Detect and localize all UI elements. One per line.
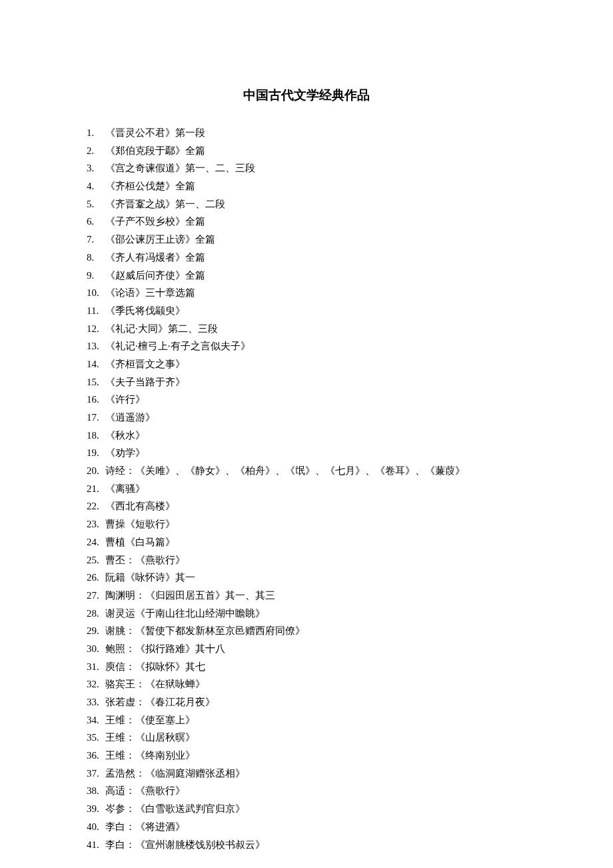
list-item: 37.孟浩然：《临洞庭湖赠张丞相》 — [87, 765, 526, 783]
page-title: 中国古代文学经典作品 — [87, 87, 526, 104]
list-item-text: 《礼记·大同》第二、三段 — [105, 320, 526, 338]
list-item-text: 谢朓：《暂使下都发新林至京邑赠西府同僚》 — [105, 622, 526, 640]
list-item: 16.《许行》 — [87, 391, 526, 409]
list-item-text: 王维：《终南别业》 — [105, 747, 526, 765]
list-item-text: 李白：《将进酒》 — [105, 818, 526, 836]
list-item: 11.《季氏将伐颛臾》 — [87, 302, 526, 320]
list-item-text: 《齐桓晋文之事》 — [105, 355, 526, 373]
list-item: 9.《赵威后问齐使》全篇 — [87, 267, 526, 285]
list-item-number: 38. — [87, 782, 105, 800]
list-item-text: 《晋灵公不君》第一段 — [105, 124, 526, 142]
list-item: 19.《劝学》 — [87, 444, 526, 462]
list-item: 39.岑参：《白雪歌送武判官归京》 — [87, 800, 526, 818]
list-item: 17.《逍遥游》 — [87, 409, 526, 427]
list-item-text: 鲍照：《拟行路难》其十八 — [105, 640, 526, 658]
list-item-text: 陶渊明：《归园田居五首》其一、其三 — [105, 587, 526, 605]
list-item: 36.王维：《终南别业》 — [87, 747, 526, 765]
list-item-number: 2. — [87, 142, 105, 160]
list-item: 14.《齐桓晋文之事》 — [87, 355, 526, 373]
list-item: 2.《郑伯克段于鄢》全篇 — [87, 142, 526, 160]
list-item-text: 曹丕：《燕歌行》 — [105, 551, 526, 569]
list-item: 15.《夫子当路于齐》 — [87, 373, 526, 391]
list-item: 40.李白：《将进酒》 — [87, 818, 526, 836]
list-item-number: 14. — [87, 355, 105, 373]
list-item: 29.谢朓：《暂使下都发新林至京邑赠西府同僚》 — [87, 622, 526, 640]
list-item: 35.王维：《山居秋暝》 — [87, 729, 526, 747]
list-item-number: 35. — [87, 729, 105, 747]
list-item-number: 29. — [87, 622, 105, 640]
list-item-number: 9. — [87, 267, 105, 285]
list-item-text: 《论语》三十章选篇 — [105, 284, 526, 302]
list-item: 10.《论语》三十章选篇 — [87, 284, 526, 302]
list-item-number: 32. — [87, 675, 105, 693]
list-item-number: 31. — [87, 658, 105, 676]
list-item-number: 25. — [87, 551, 105, 569]
list-item-text: 《礼记·檀弓上·有子之言似夫子》 — [105, 337, 526, 355]
list-item: 20.诗经：《关雎》、《静女》、《柏舟》、《氓》、《七月》、《卷耳》、《蒹葭》 — [87, 462, 526, 480]
list-item: 18.《秋水》 — [87, 427, 526, 445]
list-item-number: 28. — [87, 605, 105, 623]
list-item-text: 张若虚：《春江花月夜》 — [105, 693, 526, 711]
list-item-number: 15. — [87, 373, 105, 391]
list-item-number: 1. — [87, 124, 105, 142]
list-item-text: 《秋水》 — [105, 427, 526, 445]
list-item-text: 《夫子当路于齐》 — [105, 373, 526, 391]
list-item-text: 庾信：《拟咏怀》其七 — [105, 658, 526, 676]
list-item-number: 20. — [87, 462, 105, 480]
list-item: 8.《齐人有冯煖者》全篇 — [87, 249, 526, 267]
list-item: 32.骆宾王：《在狱咏蝉》 — [87, 675, 526, 693]
list-item-number: 4. — [87, 177, 105, 195]
list-item-number: 27. — [87, 587, 105, 605]
list-item: 13.《礼记·檀弓上·有子之言似夫子》 — [87, 337, 526, 355]
list-item-number: 11. — [87, 302, 105, 320]
list-item-text: 岑参：《白雪歌送武判官归京》 — [105, 800, 526, 818]
list-item-text: 高适：《燕歌行》 — [105, 782, 526, 800]
list-item-number: 40. — [87, 818, 105, 836]
list-item: 1.《晋灵公不君》第一段 — [87, 124, 526, 142]
list-item: 30.鲍照：《拟行路难》其十八 — [87, 640, 526, 658]
list-item-number: 26. — [87, 569, 105, 587]
list-item-text: 《季氏将伐颛臾》 — [105, 302, 526, 320]
list-item-number: 5. — [87, 195, 105, 213]
list-item: 4.《齐桓公伐楚》全篇 — [87, 177, 526, 195]
list-item-text: 《赵威后问齐使》全篇 — [105, 267, 526, 285]
list-item-number: 39. — [87, 800, 105, 818]
list-item-number: 3. — [87, 159, 105, 177]
list-item-text: 李白：《宣州谢朓楼饯别校书叔云》 — [105, 836, 526, 854]
list-item-number: 6. — [87, 213, 105, 231]
list-item-text: 《离骚》 — [105, 480, 526, 498]
list-item-text: 王维：《山居秋暝》 — [105, 729, 526, 747]
list-item: 28.谢灵运《于南山往北山经湖中瞻眺》 — [87, 605, 526, 623]
list-item-number: 21. — [87, 480, 105, 498]
list-item-text: 《郑伯克段于鄢》全篇 — [105, 142, 526, 160]
list-item-number: 36. — [87, 747, 105, 765]
list-item-number: 18. — [87, 427, 105, 445]
list-item: 33.张若虚：《春江花月夜》 — [87, 693, 526, 711]
list-item-text: 《邵公谏厉王止谤》全篇 — [105, 231, 526, 249]
list-item-number: 16. — [87, 391, 105, 409]
list-item-number: 34. — [87, 711, 105, 729]
list-item-number: 10. — [87, 284, 105, 302]
list-item-text: 王维：《使至塞上》 — [105, 711, 526, 729]
list-item-text: 阮籍《咏怀诗》其一 — [105, 569, 526, 587]
list-item-text: 《宫之奇谏假道》第一、二、三段 — [105, 159, 526, 177]
list-item: 24.曹植《白马篇》 — [87, 533, 526, 551]
list-item: 22.《西北有高楼》 — [87, 497, 526, 515]
list-item-number: 33. — [87, 693, 105, 711]
list-item-number: 17. — [87, 409, 105, 427]
list-item: 41.李白：《宣州谢朓楼饯别校书叔云》 — [87, 836, 526, 854]
list-item-number: 13. — [87, 337, 105, 355]
list-item-text: 曹植《白马篇》 — [105, 533, 526, 551]
list-item: 7.《邵公谏厉王止谤》全篇 — [87, 231, 526, 249]
list-item-number: 37. — [87, 765, 105, 783]
list-item-number: 30. — [87, 640, 105, 658]
list-item-text: 《西北有高楼》 — [105, 497, 526, 515]
list-item-text: 《齐人有冯煖者》全篇 — [105, 249, 526, 267]
list-item-text: 《齐桓公伐楚》全篇 — [105, 177, 526, 195]
list-item: 27.陶渊明：《归园田居五首》其一、其三 — [87, 587, 526, 605]
list-item-number: 22. — [87, 497, 105, 515]
list-item: 12.《礼记·大同》第二、三段 — [87, 320, 526, 338]
list-item-text: 骆宾王：《在狱咏蝉》 — [105, 675, 526, 693]
list-item-number: 8. — [87, 249, 105, 267]
list-item-text: 孟浩然：《临洞庭湖赠张丞相》 — [105, 765, 526, 783]
